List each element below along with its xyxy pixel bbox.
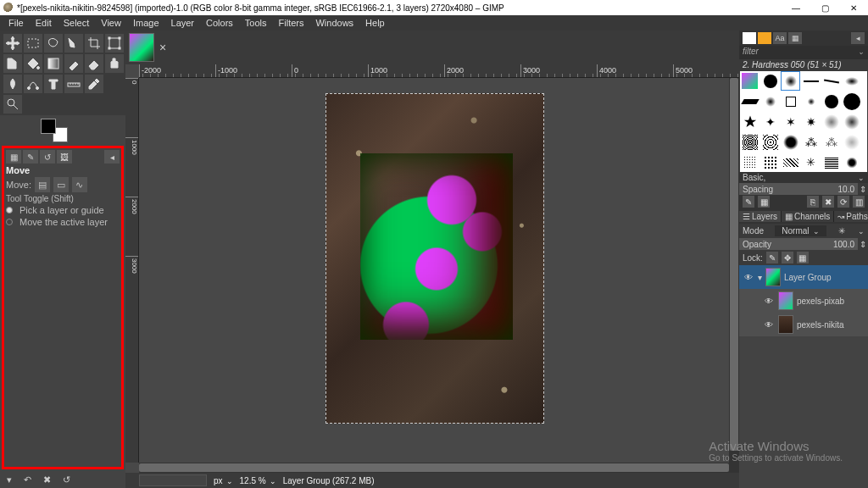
restore-options-icon[interactable]: ↶ bbox=[24, 474, 31, 485]
close-button[interactable]: ✕ bbox=[839, 0, 868, 15]
smudge-tool[interactable] bbox=[3, 75, 22, 93]
brush-item[interactable] bbox=[842, 132, 861, 152]
bucket-fill-tool[interactable] bbox=[24, 54, 42, 73]
brush-refresh-icon[interactable]: ⟳ bbox=[837, 196, 849, 208]
menu-filters[interactable]: Filters bbox=[274, 17, 309, 29]
tab-fonts[interactable]: Aa bbox=[773, 32, 787, 44]
h-scrollbar[interactable] bbox=[139, 463, 739, 473]
image-tab-close[interactable]: × bbox=[159, 41, 166, 54]
reset-options-icon[interactable]: ↺ bbox=[63, 474, 70, 485]
path-tool[interactable] bbox=[24, 75, 42, 93]
brush-item[interactable] bbox=[760, 132, 780, 152]
maximize-button[interactable]: ▢ bbox=[810, 0, 839, 15]
brush-item[interactable] bbox=[740, 71, 760, 91]
tab-patterns[interactable] bbox=[758, 32, 771, 44]
fg-color[interactable] bbox=[41, 119, 56, 134]
eraser-tool[interactable] bbox=[85, 54, 103, 73]
zoom-tool[interactable] bbox=[3, 95, 22, 114]
unit-dropdown[interactable]: px bbox=[214, 476, 233, 485]
free-select-tool[interactable] bbox=[44, 34, 63, 53]
layer-mode-select[interactable]: Normal bbox=[775, 225, 826, 236]
brush-item[interactable] bbox=[842, 71, 861, 91]
brush-item[interactable]: ✷ bbox=[801, 112, 821, 131]
eye-icon[interactable]: 👁 bbox=[763, 320, 775, 330]
brush-dup-icon[interactable]: ⎘ bbox=[807, 196, 819, 208]
delete-options-icon[interactable]: ✖ bbox=[43, 474, 51, 485]
color-picker-tool[interactable] bbox=[85, 75, 103, 93]
brush-item[interactable]: ⁂ bbox=[821, 132, 841, 152]
brush-item[interactable]: ✳ bbox=[801, 152, 821, 172]
eye-icon[interactable]: 👁 bbox=[743, 273, 754, 282]
v-ruler[interactable]: 0 1000 2000 3000 bbox=[125, 78, 139, 463]
layer-item-group[interactable]: 👁 ▾ Layer Group bbox=[739, 265, 868, 289]
canvas[interactable] bbox=[139, 78, 739, 463]
lock-pixels-icon[interactable]: ✎ bbox=[766, 252, 778, 263]
brush-filter[interactable]: filter bbox=[743, 47, 759, 58]
move-target-selection[interactable]: ▭ bbox=[53, 177, 69, 192]
menu-edit[interactable]: Edit bbox=[31, 17, 57, 29]
h-ruler[interactable]: -2000 -1000 0 1000 2000 3000 4000 5000 bbox=[139, 64, 739, 78]
menu-select[interactable]: Select bbox=[58, 17, 95, 29]
brush-item[interactable] bbox=[760, 152, 780, 172]
brush-spacing-slider[interactable]: Spacing10.0 bbox=[739, 183, 858, 195]
layer-switch-icon[interactable]: ✳ bbox=[838, 226, 845, 236]
fuzzy-select-tool[interactable] bbox=[64, 34, 83, 53]
brush-item[interactable] bbox=[821, 112, 841, 131]
save-options-icon[interactable]: ▾ bbox=[7, 474, 12, 485]
chevron-down-icon[interactable]: ▾ bbox=[758, 273, 762, 282]
brush-new-icon[interactable]: ▦ bbox=[758, 196, 770, 208]
brush-item[interactable] bbox=[781, 132, 800, 152]
brush-item[interactable] bbox=[801, 92, 821, 111]
brush-item[interactable] bbox=[842, 112, 861, 131]
zoom-dropdown[interactable]: 12.5 % bbox=[240, 476, 276, 485]
layer-item[interactable]: 👁 pexels-nikita bbox=[739, 313, 868, 336]
radio-pick-layer[interactable]: Pick a layer or guide bbox=[6, 205, 120, 215]
clone-tool[interactable] bbox=[105, 54, 124, 73]
layer-opacity-slider[interactable]: Opacity100.0 bbox=[739, 238, 858, 250]
lock-alpha-icon[interactable]: ▦ bbox=[797, 252, 809, 263]
tab-channels[interactable]: ▦Channels bbox=[782, 211, 834, 222]
brush-edit-icon[interactable]: ✎ bbox=[743, 196, 754, 208]
menu-windows[interactable]: Windows bbox=[310, 17, 359, 29]
brush-open-icon[interactable]: ▥ bbox=[853, 196, 865, 208]
brush-item[interactable] bbox=[760, 92, 780, 111]
brush-item[interactable] bbox=[740, 132, 760, 152]
dock-tab-tool-options[interactable]: ▦ bbox=[6, 150, 21, 164]
brush-item[interactable] bbox=[842, 152, 861, 172]
rect-select-tool[interactable] bbox=[24, 34, 42, 53]
tab-history[interactable]: ▦ bbox=[788, 32, 802, 44]
move-target-layer[interactable]: ▤ bbox=[35, 177, 50, 192]
brush-item[interactable] bbox=[821, 92, 841, 111]
menu-view[interactable]: View bbox=[96, 17, 126, 29]
brush-item[interactable]: ✶ bbox=[781, 112, 800, 131]
brush-item[interactable] bbox=[781, 92, 800, 111]
brush-grid[interactable]: ✦ ✶ ✷ ⁂ ⁂ ✳ bbox=[740, 71, 867, 172]
dock-tab-device[interactable]: ✎ bbox=[23, 150, 38, 164]
tab-layers[interactable]: ☰ Layers bbox=[739, 211, 782, 222]
move-tool[interactable] bbox=[3, 34, 22, 53]
measure-tool[interactable] bbox=[64, 75, 83, 93]
layer-item[interactable]: 👁 pexels-pixab bbox=[739, 289, 868, 313]
menu-help[interactable]: Help bbox=[360, 17, 390, 29]
brush-item[interactable] bbox=[781, 71, 800, 91]
dock-tab-images[interactable]: 🖼 bbox=[57, 150, 72, 164]
radio-move-active[interactable]: Move the active layer bbox=[6, 217, 120, 227]
brush-item[interactable]: ⁂ bbox=[801, 132, 821, 152]
tab-paths[interactable]: ↝Paths bbox=[834, 211, 868, 222]
v-scrollbar[interactable] bbox=[729, 78, 739, 463]
menu-tools[interactable]: Tools bbox=[240, 17, 272, 29]
brush-item[interactable] bbox=[821, 71, 841, 91]
brush-dock-menu[interactable]: ◂ bbox=[851, 32, 865, 44]
brush-item[interactable]: ✦ bbox=[760, 112, 780, 131]
fgbg-swatch[interactable] bbox=[41, 119, 68, 142]
eye-icon[interactable]: 👁 bbox=[763, 297, 775, 306]
brush-del-icon[interactable]: ✖ bbox=[822, 196, 834, 208]
warp-tool[interactable] bbox=[3, 54, 22, 73]
brush-item[interactable] bbox=[801, 71, 821, 91]
gradient-tool[interactable] bbox=[44, 54, 63, 73]
menu-colors[interactable]: Colors bbox=[201, 17, 238, 29]
menu-layer[interactable]: Layer bbox=[166, 17, 200, 29]
move-target-path[interactable]: ∿ bbox=[72, 177, 87, 192]
brush-item[interactable] bbox=[821, 152, 841, 172]
lock-position-icon[interactable]: ✥ bbox=[782, 252, 793, 263]
